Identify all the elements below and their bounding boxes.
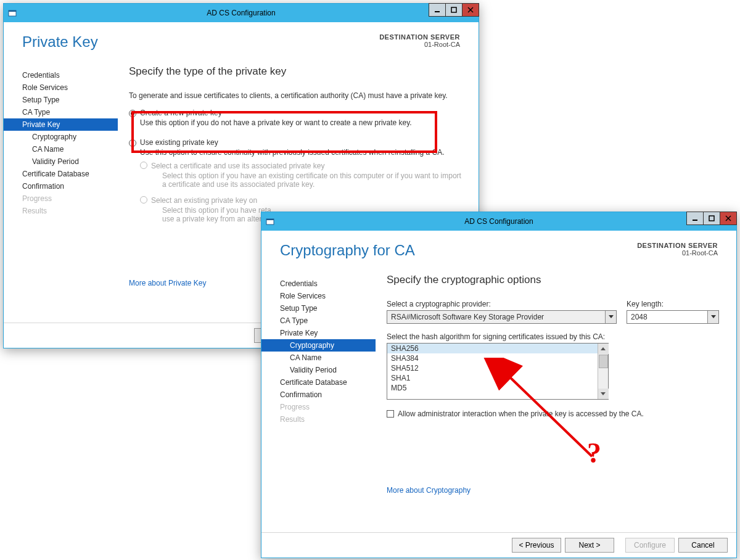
radio-use-existing[interactable]: Use existing private key <box>129 138 461 147</box>
scroll-down-icon[interactable] <box>598 389 609 399</box>
provider-label: Select a cryptographic provider: <box>387 300 617 308</box>
allow-admin-label: Allow administrator interaction when the… <box>398 410 644 418</box>
svg-marker-12 <box>609 315 614 318</box>
sidebar-item-progress: Progress <box>261 401 376 413</box>
scroll-up-icon[interactable] <box>598 344 609 354</box>
window-title: AD CS Configuration <box>261 217 736 226</box>
sidebar-item-private-key[interactable]: Private Key <box>261 327 376 339</box>
minimize-button[interactable] <box>429 3 446 17</box>
keylength-label: Key length: <box>627 300 719 308</box>
sidebar-item-cryptography[interactable]: Cryptography <box>4 131 118 143</box>
provider-value: RSA#Microsoft Software Key Storage Provi… <box>387 311 605 323</box>
titlebar[interactable]: AD CS Configuration <box>4 4 479 22</box>
svg-rect-3 <box>451 7 456 12</box>
sidebar-item-cryptography[interactable]: Cryptography <box>261 339 376 352</box>
cancel-button[interactable]: Cancel <box>678 538 728 553</box>
maximize-button[interactable] <box>703 212 720 225</box>
sidebar-item-ca-type[interactable]: CA Type <box>261 315 376 327</box>
svg-rect-9 <box>709 216 714 221</box>
svg-marker-14 <box>601 347 606 350</box>
wizard-sidebar: CredentialsRole ServicesSetup TypeCA Typ… <box>261 265 376 532</box>
hash-option-sha256[interactable]: SHA256 <box>387 344 598 353</box>
sidebar-item-certificate-database[interactable]: Certificate Database <box>261 376 376 389</box>
app-icon <box>265 216 275 226</box>
sidebar-item-progress: Progress <box>4 192 118 205</box>
next-button[interactable]: Next > <box>565 538 614 553</box>
checkbox-icon <box>387 410 394 418</box>
sidebar-item-setup-type[interactable]: Setup Type <box>261 302 376 315</box>
maximize-button[interactable] <box>445 3 462 17</box>
sidebar-item-ca-name[interactable]: CA Name <box>261 352 376 364</box>
hash-option-sha1[interactable]: SHA1 <box>387 373 598 383</box>
window-title: AD CS Configuration <box>4 9 479 17</box>
allow-admin-checkbox-row[interactable]: Allow administrator interaction when the… <box>387 410 719 418</box>
titlebar[interactable]: AD CS Configuration <box>261 212 736 231</box>
sidebar-item-role-services[interactable]: Role Services <box>261 290 376 302</box>
destination-server-label: DESTINATION SERVER <box>637 242 718 249</box>
sidebar-item-results: Results <box>261 413 376 426</box>
radio-select-cert-desc: Select this option if you have an existi… <box>140 171 461 189</box>
radio-create-new-label: Create a new private key <box>140 109 222 117</box>
destination-server-value: 01-Root-CA <box>379 41 460 48</box>
sidebar-item-credentials[interactable]: Credentials <box>261 278 376 290</box>
keylength-value: 2048 <box>627 311 707 323</box>
sidebar-item-ca-name[interactable]: CA Name <box>4 143 118 155</box>
main-content: Specify the cryptographic options Select… <box>376 265 725 532</box>
radio-select-cert[interactable]: Select a certificate and use its associa… <box>140 160 461 170</box>
close-button[interactable] <box>720 212 737 225</box>
svg-rect-7 <box>266 219 274 220</box>
radio-select-cert-label: Select a certificate and use its associa… <box>151 162 324 170</box>
hash-algorithm-listbox[interactable]: SHA256SHA384SHA512SHA1MD5 <box>387 343 609 400</box>
provider-combobox[interactable]: RSA#Microsoft Software Key Storage Provi… <box>387 310 617 324</box>
window-controls <box>429 3 479 17</box>
radio-create-new-desc: Use this option if you do not have a pri… <box>129 118 461 127</box>
chevron-down-icon <box>707 311 718 323</box>
sidebar-item-setup-type[interactable]: Setup Type <box>4 94 118 106</box>
previous-button[interactable]: < Previous <box>512 538 561 553</box>
minimize-button[interactable] <box>686 212 704 225</box>
radio-icon <box>129 110 136 117</box>
wizard-sidebar: CredentialsRole ServicesSetup TypeCA Typ… <box>4 57 118 323</box>
sidebar-item-private-key[interactable]: Private Key <box>4 118 118 131</box>
intro-text: To generate and issue certificates to cl… <box>129 91 461 100</box>
destination-server-label: DESTINATION SERVER <box>379 33 460 41</box>
more-about-link[interactable]: More about Cryptography <box>387 486 471 495</box>
scrollbar[interactable] <box>598 344 608 399</box>
radio-icon <box>129 139 136 147</box>
sidebar-item-ca-type[interactable]: CA Type <box>4 106 118 118</box>
app-icon <box>7 8 17 18</box>
radio-select-existing-pk-label: Select an existing private key on <box>151 196 257 205</box>
close-button[interactable] <box>462 3 479 17</box>
svg-marker-15 <box>601 392 606 395</box>
window-controls <box>687 212 737 225</box>
sidebar-item-validity-period[interactable]: Validity Period <box>4 155 118 168</box>
sidebar-item-validity-period[interactable]: Validity Period <box>261 364 376 376</box>
scroll-thumb[interactable] <box>599 355 608 368</box>
sidebar-item-credentials[interactable]: Credentials <box>4 69 118 81</box>
keylength-combobox[interactable]: 2048 <box>627 310 719 324</box>
destination-server-value: 01-Root-CA <box>637 249 718 257</box>
radio-create-new[interactable]: Create a new private key <box>129 109 461 117</box>
footer-buttons: < Previous Next > Configure Cancel <box>261 532 736 558</box>
configure-button[interactable]: Configure <box>625 538 675 553</box>
destination-server-block: DESTINATION SERVER 01-Root-CA <box>379 33 460 51</box>
radio-use-existing-desc: Use this option to ensure continuity wit… <box>129 148 461 157</box>
more-about-link[interactable]: More about Private Key <box>129 279 206 287</box>
hash-option-md5[interactable]: MD5 <box>387 383 598 393</box>
hash-option-sha384[interactable]: SHA384 <box>387 353 598 363</box>
radio-icon <box>140 196 147 204</box>
window-cryptography: AD CS Configuration Cryptography for CA … <box>261 212 737 558</box>
sidebar-item-confirmation[interactable]: Confirmation <box>261 389 376 401</box>
hash-label: Select the hash algorithm for signing ce… <box>387 332 719 341</box>
sidebar-item-role-services[interactable]: Role Services <box>4 81 118 94</box>
sidebar-item-results: Results <box>4 205 118 217</box>
chevron-down-icon <box>605 311 616 323</box>
section-title: Specify the type of the private key <box>129 65 461 78</box>
radio-select-existing-pk[interactable]: Select an existing private key on <box>140 195 461 205</box>
section-title: Specify the cryptographic options <box>387 274 719 286</box>
sidebar-item-certificate-database[interactable]: Certificate Database <box>4 168 118 180</box>
page-title: Cryptography for CA <box>280 242 415 259</box>
hash-option-sha512[interactable]: SHA512 <box>387 363 598 373</box>
svg-marker-13 <box>711 315 716 318</box>
sidebar-item-confirmation[interactable]: Confirmation <box>4 180 118 192</box>
